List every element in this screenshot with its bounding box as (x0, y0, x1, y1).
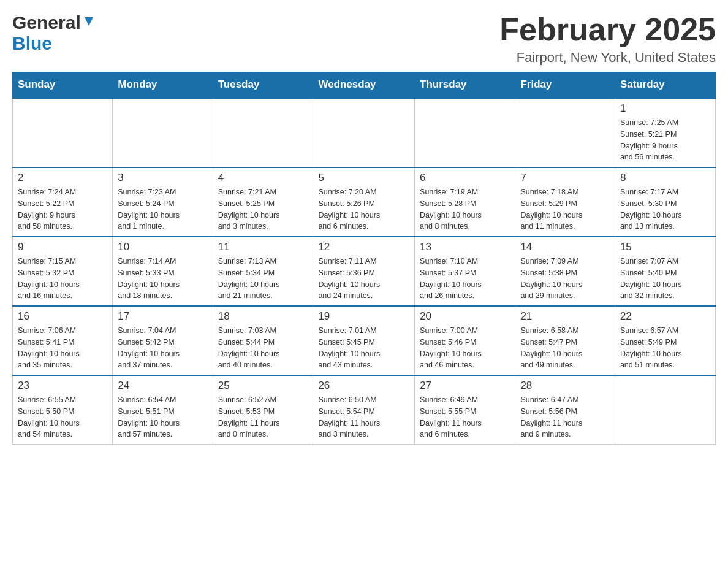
day-info: Sunrise: 7:04 AMSunset: 5:42 PMDaylight:… (118, 325, 207, 371)
day-number: 17 (118, 310, 207, 323)
day-number: 11 (218, 241, 308, 253)
calendar-cell: 14Sunrise: 7:09 AMSunset: 5:38 PMDayligh… (515, 237, 615, 306)
calendar-cell: 8Sunrise: 7:17 AMSunset: 5:30 PMDaylight… (615, 167, 715, 237)
weekday-header-tuesday: Tuesday (213, 72, 313, 98)
day-info: Sunrise: 6:58 AMSunset: 5:47 PMDaylight:… (520, 325, 609, 371)
day-number: 9 (18, 241, 107, 253)
day-info: Sunrise: 7:11 AMSunset: 5:36 PMDaylight:… (318, 256, 409, 302)
day-info: Sunrise: 7:14 AMSunset: 5:33 PMDaylight:… (118, 256, 207, 302)
calendar-week-3: 9Sunrise: 7:15 AMSunset: 5:32 PMDaylight… (13, 237, 716, 306)
day-info: Sunrise: 7:24 AMSunset: 5:22 PMDaylight:… (18, 186, 107, 232)
day-info: Sunrise: 7:19 AMSunset: 5:28 PMDaylight:… (420, 186, 510, 232)
day-number: 2 (18, 172, 107, 184)
logo: General Blue (12, 12, 96, 54)
day-info: Sunrise: 7:13 AMSunset: 5:34 PMDaylight:… (218, 256, 308, 302)
day-info: Sunrise: 7:21 AMSunset: 5:25 PMDaylight:… (218, 186, 308, 232)
day-info: Sunrise: 6:47 AMSunset: 5:56 PMDaylight:… (520, 394, 609, 440)
calendar-cell: 15Sunrise: 7:07 AMSunset: 5:40 PMDayligh… (615, 237, 715, 306)
day-info: Sunrise: 6:50 AMSunset: 5:54 PMDaylight:… (318, 394, 409, 440)
calendar-cell: 5Sunrise: 7:20 AMSunset: 5:26 PMDaylight… (313, 167, 415, 237)
calendar-cell: 12Sunrise: 7:11 AMSunset: 5:36 PMDayligh… (313, 237, 415, 306)
day-number: 19 (318, 310, 409, 323)
page-header: General Blue February 2025 Fairport, New… (12, 12, 716, 66)
location-subtitle: Fairport, New York, United States (499, 50, 716, 66)
calendar-cell: 22Sunrise: 6:57 AMSunset: 5:49 PMDayligh… (615, 306, 715, 375)
day-number: 1 (620, 102, 710, 115)
day-info: Sunrise: 7:23 AMSunset: 5:24 PMDaylight:… (118, 186, 207, 232)
day-info: Sunrise: 7:06 AMSunset: 5:41 PMDaylight:… (18, 325, 107, 371)
day-number: 27 (420, 380, 510, 392)
day-info: Sunrise: 6:52 AMSunset: 5:53 PMDaylight:… (218, 394, 308, 440)
day-info: Sunrise: 7:00 AMSunset: 5:46 PMDaylight:… (420, 325, 510, 371)
day-number: 15 (620, 241, 710, 253)
calendar-week-2: 2Sunrise: 7:24 AMSunset: 5:22 PMDaylight… (13, 167, 716, 237)
calendar-cell: 26Sunrise: 6:50 AMSunset: 5:54 PMDayligh… (313, 375, 415, 445)
calendar-week-5: 23Sunrise: 6:55 AMSunset: 5:50 PMDayligh… (13, 375, 716, 445)
day-number: 20 (420, 310, 510, 323)
calendar-cell: 24Sunrise: 6:54 AMSunset: 5:51 PMDayligh… (113, 375, 213, 445)
day-number: 8 (620, 172, 710, 184)
day-info: Sunrise: 6:54 AMSunset: 5:51 PMDaylight:… (118, 394, 207, 440)
calendar-cell: 4Sunrise: 7:21 AMSunset: 5:25 PMDaylight… (213, 167, 313, 237)
day-info: Sunrise: 7:09 AMSunset: 5:38 PMDaylight:… (520, 256, 609, 302)
calendar-cell: 28Sunrise: 6:47 AMSunset: 5:56 PMDayligh… (515, 375, 615, 445)
day-number: 12 (318, 241, 409, 253)
day-number: 14 (520, 241, 609, 253)
day-number: 3 (118, 172, 207, 184)
day-info: Sunrise: 7:07 AMSunset: 5:40 PMDaylight:… (620, 256, 710, 302)
day-info: Sunrise: 7:18 AMSunset: 5:29 PMDaylight:… (520, 186, 609, 232)
calendar-cell: 1Sunrise: 7:25 AMSunset: 5:21 PMDaylight… (615, 98, 715, 168)
calendar-cell: 18Sunrise: 7:03 AMSunset: 5:44 PMDayligh… (213, 306, 313, 375)
calendar-cell: 10Sunrise: 7:14 AMSunset: 5:33 PMDayligh… (113, 237, 213, 306)
calendar-cell: 25Sunrise: 6:52 AMSunset: 5:53 PMDayligh… (213, 375, 313, 445)
day-info: Sunrise: 7:03 AMSunset: 5:44 PMDaylight:… (218, 325, 308, 371)
day-number: 16 (18, 310, 107, 323)
month-title: February 2025 (499, 12, 716, 47)
day-info: Sunrise: 7:17 AMSunset: 5:30 PMDaylight:… (620, 186, 710, 232)
calendar-week-4: 16Sunrise: 7:06 AMSunset: 5:41 PMDayligh… (13, 306, 716, 375)
calendar-cell (515, 98, 615, 168)
day-number: 10 (118, 241, 207, 253)
calendar-cell (313, 98, 415, 168)
day-number: 25 (218, 380, 308, 392)
day-info: Sunrise: 7:10 AMSunset: 5:37 PMDaylight:… (420, 256, 510, 302)
svg-marker-0 (85, 17, 93, 26)
day-info: Sunrise: 6:57 AMSunset: 5:49 PMDaylight:… (620, 325, 710, 371)
weekday-header-monday: Monday (113, 72, 213, 98)
calendar-cell: 2Sunrise: 7:24 AMSunset: 5:22 PMDaylight… (13, 167, 113, 237)
day-info: Sunrise: 7:01 AMSunset: 5:45 PMDaylight:… (318, 325, 409, 371)
title-block: February 2025 Fairport, New York, United… (499, 12, 716, 66)
calendar-cell: 27Sunrise: 6:49 AMSunset: 5:55 PMDayligh… (415, 375, 515, 445)
calendar-cell: 17Sunrise: 7:04 AMSunset: 5:42 PMDayligh… (113, 306, 213, 375)
calendar-cell (415, 98, 515, 168)
calendar-cell: 16Sunrise: 7:06 AMSunset: 5:41 PMDayligh… (13, 306, 113, 375)
calendar-cell: 3Sunrise: 7:23 AMSunset: 5:24 PMDaylight… (113, 167, 213, 237)
day-info: Sunrise: 6:55 AMSunset: 5:50 PMDaylight:… (18, 394, 107, 440)
day-info: Sunrise: 7:20 AMSunset: 5:26 PMDaylight:… (318, 186, 409, 232)
logo-blue-text: Blue (12, 33, 52, 53)
calendar-header-row: SundayMondayTuesdayWednesdayThursdayFrid… (13, 72, 716, 98)
day-number: 18 (218, 310, 308, 323)
weekday-header-saturday: Saturday (615, 72, 715, 98)
day-number: 26 (318, 380, 409, 392)
day-info: Sunrise: 7:25 AMSunset: 5:21 PMDaylight:… (620, 117, 710, 163)
calendar-cell (615, 375, 715, 445)
day-number: 23 (18, 380, 107, 392)
day-number: 28 (520, 380, 609, 392)
day-number: 22 (620, 310, 710, 323)
day-number: 5 (318, 172, 409, 184)
logo-general-text: General (12, 12, 81, 33)
calendar-week-1: 1Sunrise: 7:25 AMSunset: 5:21 PMDaylight… (13, 98, 716, 168)
calendar-cell: 9Sunrise: 7:15 AMSunset: 5:32 PMDaylight… (13, 237, 113, 306)
calendar-cell (13, 98, 113, 168)
calendar-cell: 6Sunrise: 7:19 AMSunset: 5:28 PMDaylight… (415, 167, 515, 237)
weekday-header-thursday: Thursday (415, 72, 515, 98)
logo-arrow-icon (82, 15, 96, 31)
calendar-cell (113, 98, 213, 168)
day-info: Sunrise: 6:49 AMSunset: 5:55 PMDaylight:… (420, 394, 510, 440)
day-number: 4 (218, 172, 308, 184)
day-number: 6 (420, 172, 510, 184)
calendar-cell: 21Sunrise: 6:58 AMSunset: 5:47 PMDayligh… (515, 306, 615, 375)
calendar-cell: 11Sunrise: 7:13 AMSunset: 5:34 PMDayligh… (213, 237, 313, 306)
day-number: 21 (520, 310, 609, 323)
